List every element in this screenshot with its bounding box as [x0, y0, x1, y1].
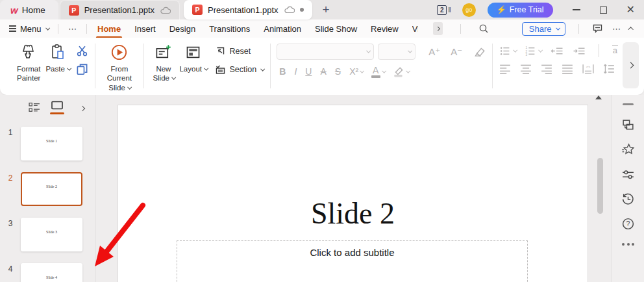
align-center-button[interactable]: [520, 64, 532, 74]
search-icon[interactable]: [478, 23, 489, 34]
wps-home-tab[interactable]: w Home: [0, 0, 58, 19]
document-tab-2-active[interactable]: P Presentation1.pptx: [184, 0, 312, 19]
decrease-font-button[interactable]: A⁻: [451, 46, 462, 58]
clear-format-button[interactable]: [473, 46, 486, 58]
tab-review[interactable]: Review: [371, 24, 399, 34]
ribbon-more-button[interactable]: ⋯: [612, 24, 621, 34]
underline-button[interactable]: U: [305, 66, 312, 77]
tab-slide-show[interactable]: Slide Show: [315, 24, 357, 34]
new-slide-label: New Slide: [153, 64, 174, 83]
slide-thumbnail-row: 4 Slide 4: [0, 263, 95, 282]
presentation-file-icon: P: [192, 5, 203, 15]
section-button[interactable]: Section: [215, 64, 264, 75]
settings-sliders-button[interactable]: [621, 168, 635, 181]
reset-button[interactable]: Reset: [215, 46, 264, 57]
superscript-button[interactable]: X²: [349, 66, 363, 77]
document-tab-1[interactable]: P Presentation1.pptx: [60, 0, 180, 19]
collapse-rail-button[interactable]: [623, 103, 634, 105]
new-tab-button[interactable]: +: [323, 3, 330, 17]
section-label: Section: [230, 65, 257, 74]
char-strike-button[interactable]: A: [320, 66, 326, 77]
comment-icon[interactable]: [592, 23, 603, 34]
chevron-down-icon: [45, 25, 49, 29]
menu-bar: Menu ⋯ Home Insert Design Transitions An…: [0, 19, 644, 38]
cloud-sync-icon: [284, 6, 295, 14]
line-spacing-button[interactable]: [603, 64, 615, 74]
scroll-up-button[interactable]: [595, 96, 602, 99]
minimize-button[interactable]: [573, 9, 580, 10]
divider: [58, 24, 58, 34]
decrease-indent-button[interactable]: [551, 45, 564, 57]
slide-3-thumbnail[interactable]: Slide 3: [21, 218, 82, 251]
subtitle-placeholder-box[interactable]: Click to add subtitle: [177, 240, 528, 282]
format-painter-button[interactable]: Format Painter: [14, 42, 43, 95]
bullet-list-icon: [499, 45, 511, 57]
highlight-button[interactable]: [393, 66, 409, 77]
quick-access-more-button[interactable]: ⋯: [68, 24, 77, 34]
history-button[interactable]: [621, 192, 635, 206]
cloud-sync-icon: [160, 6, 171, 14]
numbering-button[interactable]: 123: [525, 45, 541, 57]
free-trial-button[interactable]: ⚡ Free Trial: [488, 3, 553, 18]
main-menu-button[interactable]: Menu: [9, 24, 48, 34]
chevron-down-icon: [204, 66, 208, 70]
divider: [492, 44, 493, 88]
bold-button[interactable]: B: [279, 66, 286, 77]
maximize-button[interactable]: [600, 6, 607, 14]
window-count-button[interactable]: 2 ‖: [437, 5, 451, 15]
tab-transitions[interactable]: Transitions: [209, 24, 250, 34]
outline-view-button[interactable]: [29, 102, 40, 113]
svg-text:1: 1: [526, 46, 528, 49]
from-current-slide-label: From Current Slide: [105, 64, 134, 92]
new-slide-button[interactable]: New Slide: [150, 42, 177, 95]
tab-view[interactable]: View: [412, 24, 418, 34]
tab-overflow-button[interactable]: [433, 22, 443, 35]
slide-4-thumbnail[interactable]: Slide 4: [21, 263, 82, 282]
strikethrough-button[interactable]: S: [335, 66, 341, 77]
collapse-ribbon-button[interactable]: [628, 27, 633, 32]
increase-font-button[interactable]: A⁺: [428, 46, 440, 58]
chevron-right-icon: [436, 27, 440, 31]
convert-slides-button[interactable]: [621, 118, 635, 132]
ribbon-expand-button[interactable]: [623, 42, 639, 88]
chevron-down-icon: [406, 69, 410, 73]
justify-button[interactable]: [562, 64, 573, 74]
align-right-button[interactable]: [541, 64, 552, 74]
tab-insert[interactable]: Insert: [134, 24, 156, 34]
tab-design[interactable]: Design: [169, 24, 195, 34]
text-direction-button[interactable]: a: [612, 45, 618, 55]
svg-text:3: 3: [526, 53, 528, 56]
distribute-text-button[interactable]: <>: [582, 64, 594, 74]
copy-button[interactable]: [76, 63, 88, 75]
font-color-button[interactable]: A: [371, 66, 385, 78]
close-button[interactable]: ✕: [626, 5, 635, 15]
vertical-scrollbar-thumb[interactable]: [597, 158, 603, 214]
slide-editing-surface[interactable]: Slide 2 Click to add subtitle: [118, 105, 588, 282]
effects-star-button[interactable]: [621, 143, 635, 157]
slide-2-thumbnail-selected[interactable]: Slide 2: [21, 172, 82, 206]
hamburger-icon: [9, 25, 16, 31]
slide-view-button[interactable]: [50, 101, 64, 114]
tab-home[interactable]: Home: [97, 24, 121, 34]
more-tools-button[interactable]: [622, 243, 634, 246]
slide-1-thumbnail[interactable]: Slide 1: [21, 127, 82, 160]
increase-indent-button[interactable]: [573, 45, 586, 57]
cut-button[interactable]: [76, 45, 88, 57]
help-button[interactable]: ?: [621, 217, 635, 231]
panel-expand-button[interactable]: [80, 101, 84, 113]
share-button[interactable]: Share: [522, 22, 565, 36]
align-left-button[interactable]: [499, 64, 511, 74]
italic-button[interactable]: I: [294, 66, 297, 77]
from-current-slide-button[interactable]: From Current Slide: [102, 42, 137, 95]
paste-button[interactable]: Paste: [43, 42, 72, 95]
chevron-right-icon: [628, 62, 634, 69]
slide-title-text[interactable]: Slide 2: [118, 196, 588, 231]
font-family-select[interactable]: [277, 44, 374, 60]
font-size-select[interactable]: [378, 44, 415, 60]
slide-number: 3: [0, 218, 21, 228]
bullets-button[interactable]: [499, 45, 516, 57]
tab-animation[interactable]: Animation: [264, 24, 301, 34]
free-trial-label: Free Trial: [510, 5, 544, 14]
layout-button[interactable]: Layout: [177, 42, 209, 95]
go-badge-button[interactable]: go: [462, 3, 476, 17]
